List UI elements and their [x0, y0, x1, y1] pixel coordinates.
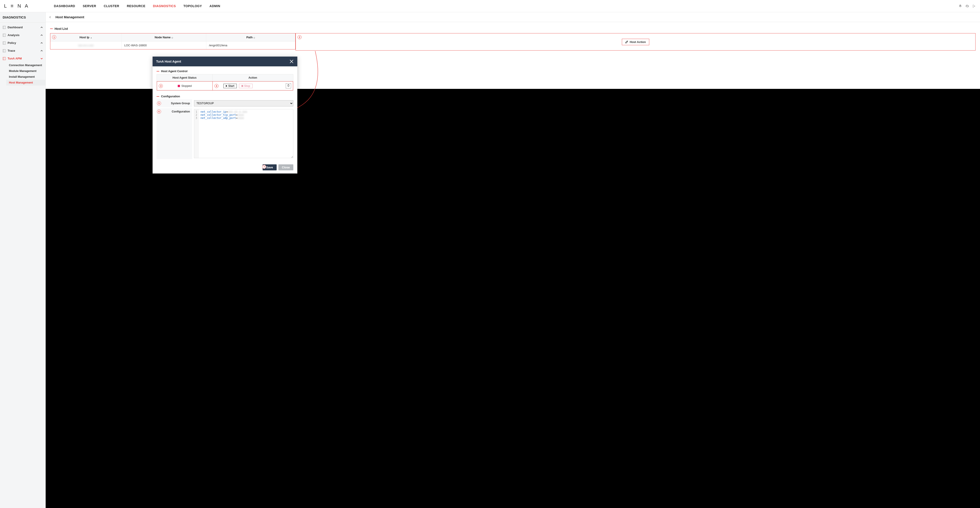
collapse-icon[interactable] — [157, 96, 159, 97]
annotation-3: 3 — [159, 84, 163, 88]
sidebar-item-trace[interactable]: Trace — [0, 47, 45, 54]
sidebar-item-tuna-apm[interactable]: TunA APM — [0, 54, 45, 62]
bell-icon[interactable] — [958, 4, 962, 8]
logout-icon[interactable] — [972, 4, 976, 8]
panel-icon — [3, 33, 6, 37]
sidebar-collapse-button[interactable] — [48, 15, 52, 19]
modal-header: TunA Host Agent — [153, 57, 298, 66]
status-cell: 3 Stopped — [157, 81, 213, 91]
content-header: Host Management — [46, 12, 980, 22]
cell-path: /engn001/lena — [206, 41, 295, 49]
annotation-6: 6 — [157, 110, 161, 113]
sidebar-item-label: Trace — [8, 49, 15, 53]
host-action-button[interactable]: Host Action — [622, 39, 649, 45]
chevron-left-icon — [49, 16, 51, 18]
nav-dashboard[interactable]: DASHBOARD — [54, 4, 75, 8]
host-action-column: 2 Host Action — [296, 33, 975, 51]
sidebar-sub-connection[interactable]: Connection Management — [6, 62, 45, 68]
svg-rect-6 — [3, 49, 6, 52]
start-button[interactable]: Start — [223, 84, 237, 88]
nav-server[interactable]: SERVER — [83, 4, 96, 8]
stop-button: Stop — [239, 84, 253, 88]
stop-icon — [242, 85, 243, 87]
collapse-icon[interactable] — [157, 71, 159, 72]
svg-rect-2 — [3, 33, 6, 36]
nav-resource[interactable]: RESOURCE — [127, 4, 145, 8]
annotation-5: 5 — [157, 101, 161, 105]
table-row[interactable]: xxx.xx.x.xxx LOC-WAS-16800 /engn001/lena — [50, 41, 295, 49]
close-icon[interactable] — [290, 59, 294, 64]
svg-rect-4 — [3, 41, 6, 44]
edit-icon — [625, 40, 628, 43]
chevron-up-icon — [41, 50, 43, 52]
section-title-configuration: Configuration — [157, 95, 293, 98]
content: Host Management Host List 1 Host Ip▲ Nod… — [46, 12, 980, 508]
sidebar-sub-host[interactable]: Host Management — [6, 80, 45, 86]
panel-icon — [3, 57, 6, 60]
col-host-ip[interactable]: Host Ip▲ — [50, 33, 122, 41]
cell-node-name: LOC-WAS-16800 — [122, 41, 206, 49]
sidebar-item-label: Policy — [8, 41, 16, 45]
chevron-up-icon — [41, 42, 43, 44]
sidebar-item-label: TunA APM — [8, 57, 22, 60]
panel-icon — [3, 41, 6, 45]
sidebar-item-dashboard[interactable]: Dashboard — [0, 23, 45, 31]
cell-host-ip: xxx.xx.x.xxx — [50, 41, 122, 49]
status-indicator-icon — [178, 85, 180, 87]
status-value: Stopped — [181, 84, 192, 88]
sidebar-item-policy[interactable]: Policy — [0, 39, 45, 47]
chevron-up-icon — [41, 26, 43, 29]
svg-rect-0 — [3, 26, 6, 29]
chevron-up-icon — [41, 34, 43, 36]
host-list-table: 1 Host Ip▲ Node Name◇ Path◇ xxx.xx.x.xxx… — [50, 33, 296, 49]
svg-rect-8 — [3, 57, 6, 60]
line-gutter: 123 — [194, 109, 199, 158]
nav-topology[interactable]: TOPOLOGY — [183, 4, 202, 8]
top-nav: L ≡ N A DASHBOARD SERVER CLUSTER RESOURC… — [0, 0, 980, 12]
host-agent-modal: TunA Host Agent Host Agent Control Host … — [153, 57, 298, 174]
sidebar-sub-module[interactable]: Module Management — [6, 68, 45, 74]
panel-icon — [3, 26, 6, 29]
col-path[interactable]: Path◇ — [206, 33, 295, 41]
nav-diagnostics[interactable]: DIAGNOSTICS — [153, 4, 176, 8]
annotation-2: 2 — [298, 35, 302, 39]
play-icon — [226, 85, 228, 87]
modal-title: TunA Host Agent — [156, 60, 181, 63]
col-node-name[interactable]: Node Name◇ — [122, 33, 206, 41]
section-title-host-agent-control: Host Agent Control — [157, 70, 293, 73]
section-title-host-list: Host List — [50, 27, 975, 30]
sidebar-title: DIAGNOSTICS — [0, 12, 45, 22]
chevron-down-icon — [41, 57, 43, 60]
sidebar-item-label: Dashboard — [8, 25, 23, 29]
code-content[interactable]: net_collector_ip=xxx.xx.x.xxx net_collec… — [199, 109, 293, 158]
logo: L ≡ N A — [4, 3, 29, 9]
gear-icon[interactable] — [965, 4, 969, 8]
trash-icon — [287, 84, 290, 87]
sidebar-item-analysis[interactable]: Analysis — [0, 31, 45, 39]
annotation-7: 7 — [262, 165, 266, 169]
col-host-agent-status: Host Agent Status — [157, 74, 213, 81]
page-title: Host Management — [56, 15, 84, 19]
label-configuration: Configuration — [157, 108, 192, 159]
sidebar-sub-install[interactable]: Install Management — [6, 74, 45, 80]
configuration-editor[interactable]: 123 net_collector_ip=xxx.xx.x.xxx net_co… — [194, 109, 293, 158]
sidebar-item-label: Analysis — [8, 33, 19, 37]
label-system-group: System Group — [157, 99, 192, 107]
col-action: Action — [213, 74, 293, 81]
panel-icon — [3, 49, 6, 53]
annotation-4: 4 — [215, 84, 218, 88]
system-group-select[interactable]: TESTGROUP — [194, 100, 293, 107]
nav-cluster[interactable]: CLUSTER — [104, 4, 119, 8]
nav-admin[interactable]: ADMIN — [210, 4, 220, 8]
delete-button[interactable] — [286, 83, 291, 88]
sidebar: DIAGNOSTICS Dashboard Analysis Policy — [0, 12, 46, 508]
collapse-icon[interactable] — [50, 29, 53, 29]
annotation-1: 1 — [52, 35, 56, 39]
action-cell: 4 Start Stop — [213, 81, 293, 91]
close-button[interactable]: Close — [278, 164, 293, 170]
